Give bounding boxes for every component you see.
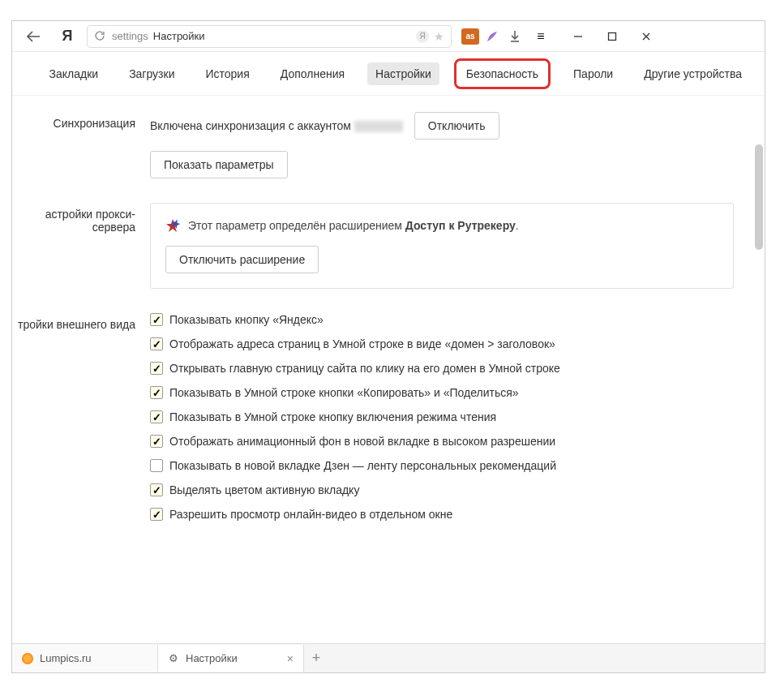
bookmark-star-icon[interactable]: ★	[434, 30, 444, 43]
checkbox[interactable]	[150, 410, 163, 423]
extension-lastfm-icon[interactable]: as	[461, 28, 479, 45]
proxy-info-text: Этот параметр определён расширением Дост…	[188, 219, 519, 232]
section-appearance: тройки внешнего вида Показывать кнопку «…	[12, 313, 765, 532]
downloads-icon[interactable]	[504, 30, 526, 43]
address-bar[interactable]: settings Настройки Я ★	[87, 25, 452, 48]
tab-passwords[interactable]: Пароли	[565, 62, 621, 85]
tab-history[interactable]: История	[197, 62, 257, 85]
checkbox-label: Разрешить просмотр онлайн-видео в отдель…	[169, 508, 452, 521]
section-label-sync: Синхронизация	[12, 112, 150, 178]
checkbox-label: Показывать кнопку «Яндекс»	[169, 313, 324, 326]
account-name-blurred	[354, 121, 403, 132]
browser-tab-bar: Lumpics.ru ⚙ Настройки × +	[12, 643, 765, 672]
checkbox[interactable]	[150, 386, 163, 399]
checkbox[interactable]	[150, 362, 163, 375]
tab-close-icon[interactable]: ×	[287, 652, 294, 665]
checkbox-label: Показывать в Умной строке кнопку включен…	[169, 410, 496, 423]
checkbox-label: Отображать адреса страниц в Умной строке…	[169, 337, 555, 350]
checkbox-label: Отображать анимационный фон в новой вкла…	[169, 435, 555, 448]
checkbox[interactable]	[150, 313, 163, 326]
content-area: Синхронизация Включена синхронизация с а…	[12, 96, 765, 643]
scrollbar-thumb[interactable]	[755, 144, 763, 250]
tab-label: Lumpics.ru	[40, 652, 92, 664]
appearance-option: Показывать в Умной строке кнопки «Копиро…	[150, 386, 740, 399]
tab-downloads[interactable]: Загрузки	[121, 62, 182, 85]
tab-other-devices[interactable]: Другие устройства	[636, 62, 750, 85]
yandex-logo[interactable]: Я	[56, 25, 79, 48]
titlebar: Я settings Настройки Я ★ as ≡	[12, 21, 765, 52]
back-button[interactable]	[19, 25, 48, 48]
settings-nav-tabs: Закладки Загрузки История Дополнения Нас…	[12, 52, 765, 96]
checkbox-label: Показывать в новой вкладке Дзен — ленту …	[169, 459, 556, 472]
browser-tab-settings[interactable]: ⚙ Настройки ×	[158, 645, 304, 672]
browser-tab-lumpics[interactable]: Lumpics.ru	[12, 645, 158, 672]
checkbox[interactable]	[150, 508, 163, 521]
tab-settings[interactable]: Настройки	[367, 62, 439, 85]
checkbox-label: Открывать главную страницу сайта по клик…	[169, 362, 560, 375]
appearance-option: Выделять цветом активную вкладку	[150, 483, 740, 496]
browser-window: Я settings Настройки Я ★ as ≡	[11, 20, 765, 673]
svg-rect-0	[609, 32, 616, 40]
extension-star-icon	[165, 218, 180, 233]
appearance-option: Отображать анимационный фон в новой вкла…	[150, 435, 740, 448]
section-sync: Синхронизация Включена синхронизация с а…	[12, 112, 765, 178]
yandex-search-icon[interactable]: Я	[416, 30, 429, 43]
checkbox-label: Выделять цветом активную вкладку	[169, 483, 359, 496]
extension-feather-icon[interactable]	[484, 28, 500, 45]
tab-bookmarks[interactable]: Закладки	[41, 62, 107, 85]
address-prefix: settings	[112, 30, 148, 42]
section-label-appearance: тройки внешнего вида	[12, 313, 150, 532]
gear-icon: ⚙	[168, 653, 179, 664]
extension-icons: as	[461, 28, 500, 45]
tab-addons[interactable]: Дополнения	[272, 62, 353, 85]
tab-security[interactable]: Безопасность	[454, 58, 551, 89]
checkbox[interactable]	[150, 337, 163, 350]
minimize-button[interactable]	[562, 25, 594, 48]
disable-extension-button[interactable]: Отключить расширение	[165, 246, 319, 273]
sync-disable-button[interactable]: Отключить	[414, 112, 499, 140]
checkbox-label: Показывать в Умной строке кнопки «Копиро…	[169, 386, 519, 399]
appearance-option: Открывать главную страницу сайта по клик…	[150, 362, 740, 375]
checkbox[interactable]	[150, 459, 163, 472]
appearance-option: Показывать в новой вкладке Дзен — ленту …	[150, 459, 740, 472]
maximize-button[interactable]	[596, 25, 628, 48]
appearance-option: Разрешить просмотр онлайн-видео в отдель…	[150, 508, 740, 521]
sync-show-params-button[interactable]: Показать параметры	[150, 151, 288, 178]
checkbox[interactable]	[150, 435, 163, 448]
tab-label: Настройки	[186, 652, 238, 664]
favicon-icon	[22, 653, 33, 664]
proxy-extension-box: Этот параметр определён расширением Дост…	[150, 203, 734, 289]
address-title: Настройки	[153, 30, 205, 42]
appearance-option: Показывать кнопку «Яндекс»	[150, 313, 740, 326]
new-tab-button[interactable]: +	[304, 650, 328, 667]
menu-icon[interactable]: ≡	[529, 29, 552, 44]
section-label-proxy: астройки прокси-сервера	[12, 203, 150, 289]
appearance-option: Отображать адреса страниц в Умной строке…	[150, 337, 740, 350]
section-proxy: астройки прокси-сервера Этот параметр оп…	[12, 203, 765, 289]
close-button[interactable]	[630, 25, 662, 48]
refresh-icon[interactable]	[94, 30, 107, 43]
sync-status-text: Включена синхронизация с аккаунтом	[150, 119, 403, 132]
appearance-option: Показывать в Умной строке кнопку включен…	[150, 410, 740, 423]
checkbox[interactable]	[150, 483, 163, 496]
